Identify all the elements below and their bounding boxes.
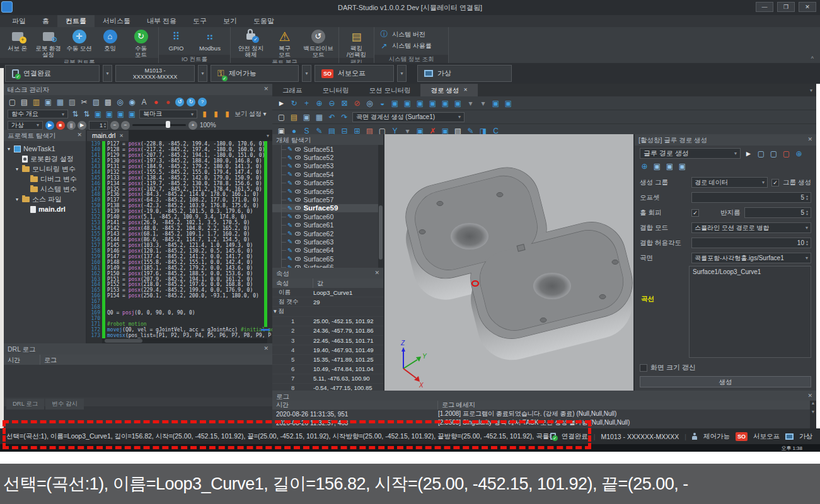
hide-object-icon[interactable]: ⊘ <box>352 98 362 108</box>
code-line[interactable]: 172movej(Q0, vel = gJointVel, acc = gJoi… <box>87 327 272 333</box>
property-row[interactable]: 322.45, -463.15, 101.71 <box>272 336 383 345</box>
cad-part[interactable] <box>399 161 633 367</box>
close-icon[interactable]: ✕ <box>807 392 812 399</box>
select-icon[interactable]: ► <box>277 98 286 108</box>
pick-cursor-icon[interactable]: ► <box>744 149 753 158</box>
view-back-icon[interactable]: ▣ <box>415 98 425 108</box>
code-line[interactable]: 148P136 = posx(-84.3, -845.2, 114.0, 178… <box>87 192 272 197</box>
group-create-checkbox[interactable]: ✓ <box>771 179 779 186</box>
window-large-icon[interactable]: ▣ <box>652 161 662 171</box>
speed-up-icon[interactable]: + <box>188 121 197 130</box>
paste-icon[interactable]: ▩ <box>103 97 113 106</box>
servo-dropdown[interactable]: ▾ <box>397 65 407 82</box>
code-line[interactable]: 152P140 = posx(5.1, -845.2, 100.9, 3.4, … <box>87 214 272 220</box>
undo-icon[interactable]: ↶ <box>327 112 337 122</box>
property-row[interactable]: 이름Loop3_Curve1 <box>272 288 383 297</box>
sort-desc-icon[interactable]: ⇅ <box>82 110 91 119</box>
bookmark-next-icon[interactable]: ▮ <box>222 110 232 119</box>
property-row[interactable]: 125.00, -452.15, 101.92 <box>272 317 383 326</box>
surface-item-Surface57[interactable]: ✎Surface57 <box>272 195 383 203</box>
transparency-icon[interactable]: ◒ <box>378 98 387 108</box>
add-user-var-icon[interactable]: ▣ <box>127 110 137 119</box>
add-path-icon[interactable]: ▢ <box>756 149 766 158</box>
servo-status[interactable]: SO 서보오프 <box>315 65 394 82</box>
property-row[interactable]: 점 갯수29 <box>272 297 383 307</box>
property-row[interactable]: 419.40, -467.93, 101.49 <box>272 345 383 355</box>
code-line[interactable]: 171#robot motion <box>87 321 272 327</box>
code-line[interactable]: 166P154 = posx(250.1, -845.2, 200.0, -93… <box>87 293 272 299</box>
sync-user-icon[interactable]: ↺ <box>175 98 184 106</box>
tree-item-main.drl[interactable]: main.drl <box>5 204 84 214</box>
breakpoint-icon[interactable]: ● <box>163 97 173 106</box>
hole-avoid-checkbox[interactable]: ✓ <box>691 209 699 217</box>
log-row[interactable]: 2020-08-26 11:31:35, 951[1.2008] 프로그램이 종… <box>272 410 816 418</box>
close-icon[interactable]: ✕ <box>263 86 269 92</box>
function-overview-dropdown[interactable]: 함수 개요▾ <box>8 110 68 118</box>
robot-model[interactable]: M1013 - XXXXXX-MXXXX <box>115 65 195 82</box>
tab-main-drl[interactable]: main.drl✕ <box>87 130 129 141</box>
zoom-fit-icon[interactable]: ⊠ <box>340 98 349 108</box>
surface-item-Surface63[interactable]: ✎Surface63 <box>272 238 383 246</box>
merge-mode-dropdown[interactable]: 스플라인 모션 경로로 병합▾ <box>691 222 811 233</box>
radius-stepper[interactable]: 5▴▾ <box>744 207 812 218</box>
close-icon[interactable]: ✕ <box>374 270 379 276</box>
record-icon[interactable]: ● <box>151 97 161 106</box>
system-usage-button[interactable]: ↗ 시스템 사용률 <box>379 41 443 50</box>
tab-list-dropdown-icon[interactable]: ▾ <box>810 88 812 93</box>
tree-item-소스 파일[interactable]: ▾소스 파일 <box>5 194 84 204</box>
refresh-view-checkbox[interactable] <box>640 364 647 372</box>
open-icon[interactable]: ▥ <box>32 97 41 106</box>
code-line[interactable]: 169Q0 = posj(0, 0, 90, 0, 90, 0) <box>87 310 272 316</box>
code-line[interactable]: 144P132 = posx(-155.5, -845.2, 155.0, 17… <box>87 169 272 175</box>
speed-down-icon[interactable]: − <box>110 121 119 130</box>
robot-model-dropdown[interactable]: ▾ <box>198 65 207 82</box>
pause-icon[interactable]: || <box>67 121 76 130</box>
visibility-eye-icon[interactable] <box>295 198 301 202</box>
view-top-icon[interactable]: ▣ <box>453 98 463 108</box>
menu-view[interactable]: 보기 <box>215 15 245 27</box>
tab-monitoring[interactable]: 모니터링 <box>313 84 359 96</box>
safety-stop-release-button[interactable]: ✓ 안전 정지 해제 <box>233 29 269 58</box>
code-line[interactable]: 162P150 = posx(197.6, -845.2, 188.5, 0.0… <box>87 271 272 277</box>
property-row[interactable]: 224.36, -457.79, 101.86 <box>272 326 383 336</box>
rotate-view-icon[interactable]: ↻ <box>289 98 299 108</box>
save-as-icon[interactable]: ▦ <box>55 97 65 106</box>
editor-hscrollbar[interactable] <box>102 338 267 343</box>
tab-graph[interactable]: 그래프 <box>272 84 313 96</box>
code-line[interactable]: 140P128 = posx(-217.2, -845.2, 197.4, -1… <box>87 147 272 152</box>
view-bottom-menu-icon[interactable]: ▾ <box>466 98 475 108</box>
surface-item-Surface54[interactable]: ✎Surface54 <box>272 170 383 178</box>
robot-config-button[interactable]: ⚙ 로봇 환경 설정 <box>33 29 63 58</box>
surface-item-Surface55[interactable]: ✎Surface55 <box>272 179 383 187</box>
view-iso-icon[interactable]: ▣ <box>390 98 400 108</box>
visibility-eye-icon[interactable] <box>295 173 301 176</box>
visibility-eye-icon[interactable] <box>295 190 301 193</box>
connection-dropdown[interactable]: ▾ <box>103 65 112 82</box>
tab-variable-watch[interactable]: 변수 감시 <box>45 399 84 410</box>
code-line[interactable]: 170 <box>87 316 272 321</box>
visibility-eye-icon[interactable] <box>295 240 301 244</box>
view-rotate-menu-icon[interactable]: ▾ <box>478 98 488 108</box>
close-icon[interactable]: ✕ <box>119 130 124 141</box>
add-icon[interactable]: ⊕ <box>640 161 649 171</box>
code-line[interactable]: 154P142 = posx(48.0, -845.2, 104.8, 2.2,… <box>87 226 272 231</box>
cut-icon[interactable]: ✂ <box>79 97 89 106</box>
code-line[interactable]: 158P146 = posx(120.1, -845.2, 130.2, 0.5… <box>87 248 272 254</box>
code-line[interactable]: 160P148 = posx(155.8, -845.2, 155.1, 0.0… <box>87 260 272 265</box>
delete-path-icon[interactable]: ▢ <box>782 149 791 158</box>
visibility-eye-icon[interactable] <box>295 248 301 252</box>
close-icon[interactable]: ✕ <box>263 345 269 352</box>
tree-item-디버그 변수[interactable]: 디버그 변수 <box>5 174 84 184</box>
packing-button[interactable]: ▤ 팩킹 /언팩킹 <box>342 29 371 58</box>
pan-icon[interactable]: + <box>302 98 311 108</box>
visibility-eye-icon[interactable] <box>295 181 301 185</box>
view-settings-button[interactable]: 보기 설정 ▾ <box>234 110 267 118</box>
close-icon[interactable]: ✕ <box>807 136 812 142</box>
find-icon[interactable]: ◎ <box>115 97 125 106</box>
surface-item-Surface52[interactable]: ✎Surface52 <box>272 153 383 161</box>
code-line[interactable]: 168 <box>87 304 272 310</box>
surface-item-Surface60[interactable]: ✎Surface60 <box>272 212 383 220</box>
menu-tools[interactable]: 도구 <box>185 15 215 27</box>
bookmark-add-icon[interactable]: ▮ <box>200 110 209 119</box>
tab-motion-monitoring[interactable]: 모션 모니터링 <box>359 84 421 96</box>
